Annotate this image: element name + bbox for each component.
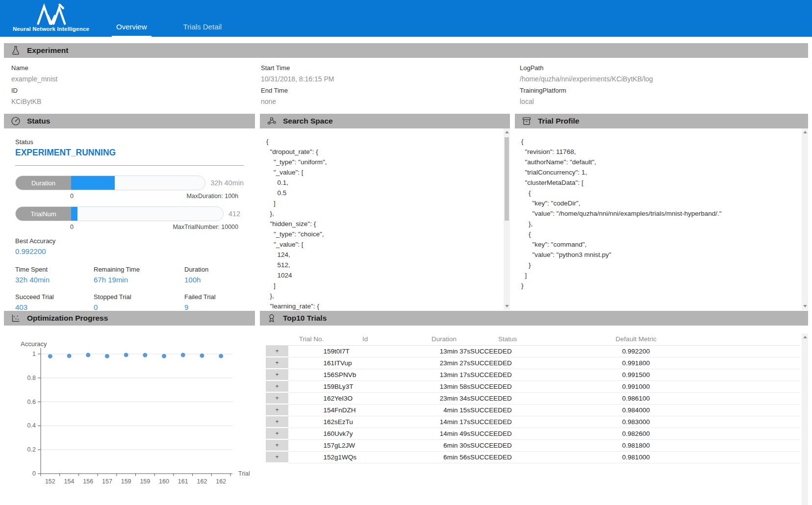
trial-profile-section-header: Trial Profile (515, 114, 808, 128)
trial-id-cell: ITVup (334, 357, 418, 369)
expand-row-button[interactable]: + (266, 404, 288, 416)
flask-icon (10, 45, 21, 56)
trial-id-cell: gL2JW (334, 439, 418, 451)
trialnum-progress-bar: TrialNum (15, 206, 224, 221)
scatter-point (162, 354, 166, 358)
expand-row-button[interactable]: + (266, 392, 288, 404)
scatter-point (124, 353, 128, 357)
field-value: KCiBytKB (11, 96, 261, 107)
stat-label: Remaining Time (94, 266, 184, 273)
experiment-column: Start Time10/31/2018, 8:16:15 PMEnd Time… (261, 62, 520, 113)
filler-cell (732, 439, 800, 451)
progress-bar-fill (71, 176, 115, 190)
filler-cell (732, 345, 800, 357)
y-tick-label: 0.6 (27, 399, 36, 405)
progress-max-label: MaxDuration: 100h (186, 193, 238, 200)
table-row: +162sEzTu14min 17sSUCCEEDED0.983000 (266, 416, 800, 428)
tab-trials-detail[interactable]: Trials Detail (179, 23, 227, 37)
tab-overview[interactable]: Overview (112, 23, 152, 37)
experiment-title: Experiment (27, 46, 68, 55)
stat-label: Stopped Trial (94, 293, 184, 301)
scatter-point (105, 354, 109, 358)
medal-icon (266, 313, 277, 324)
expand-row-button[interactable]: + (266, 451, 288, 463)
scrollbar-thumb[interactable] (505, 137, 509, 221)
trial-id-cell: FnDZH (334, 404, 418, 416)
divider (15, 165, 244, 166)
status-cell: SUCCEEDED (470, 439, 540, 451)
filler-cell (732, 416, 800, 428)
field-label: TrainingPlatform (520, 85, 812, 96)
expand-row-button[interactable]: + (266, 439, 288, 451)
trial-no-cell: 156 (288, 369, 334, 380)
scroll-up-arrow-icon[interactable] (802, 129, 808, 135)
progress-bar-fill (71, 207, 77, 221)
expand-row-button[interactable]: + (266, 369, 288, 380)
filler-cell (732, 451, 800, 463)
search-space-section-header: Search Space (260, 114, 510, 128)
column-header: Id (334, 333, 418, 345)
expand-row-button[interactable]: + (266, 357, 288, 369)
scatter-point (200, 354, 204, 358)
trial-no-cell: 161 (288, 357, 334, 369)
column-header: Status (470, 333, 540, 345)
scroll-down-arrow-icon[interactable] (504, 303, 510, 309)
expand-row-button[interactable]: + (266, 416, 288, 428)
best-accuracy-block: Best Accuracy 0.992200 (15, 237, 244, 255)
top10-scrollbar[interactable] (802, 333, 808, 505)
scatter-icon (10, 313, 21, 324)
scroll-up-arrow-icon[interactable] (504, 129, 510, 135)
field-label: Name (11, 62, 261, 74)
top10-table: Trial No.IdDurationStatusDefault Metric … (266, 333, 800, 463)
column-header: Default Metric (540, 333, 732, 345)
experiment-section-header: Experiment (4, 43, 808, 58)
stat-label: Duration (184, 266, 244, 273)
x-tick-label: 160 (159, 478, 169, 485)
duration-cell: 23min 34s (418, 392, 470, 404)
filler-cell (732, 428, 800, 439)
status-title: Status (27, 117, 50, 126)
default-metric-cell: 0.983000 (540, 416, 732, 428)
default-metric-cell: 0.982600 (540, 428, 732, 439)
expand-row-button[interactable]: + (266, 428, 288, 439)
optimization-section-header: Optimization Progress (4, 311, 255, 326)
search-space-scrollbar[interactable] (504, 128, 510, 310)
search-space-json: { "dropout_rate": { "_type": "uniform", … (260, 128, 510, 310)
best-accuracy-label: Best Accuracy (15, 237, 244, 245)
trial-no-cell: 160 (288, 428, 334, 439)
table-row: +162YeI3O23min 34sSUCCEEDED0.986100 (266, 392, 800, 404)
top10-title: Top10 Trials (283, 314, 327, 323)
x-axis-title: Trial (238, 470, 250, 477)
y-tick-label: 0.4 (27, 422, 36, 429)
scroll-up-arrow-icon[interactable] (802, 334, 808, 340)
y-tick-label: 0.8 (27, 375, 36, 381)
expand-row-button[interactable]: + (266, 380, 288, 392)
default-metric-cell: 0.986100 (540, 392, 732, 404)
search-space-title: Search Space (283, 117, 333, 126)
trial-no-cell: 152 (288, 451, 334, 463)
x-tick-label: 157 (102, 478, 112, 485)
archive-icon (521, 116, 532, 126)
stat-value: 100h (184, 276, 244, 284)
x-tick-label: 154 (64, 478, 75, 485)
trial-profile-scrollbar[interactable] (802, 128, 808, 310)
expand-row-button[interactable]: + (266, 345, 288, 357)
x-tick-label: 159 (121, 478, 131, 485)
duration-cell: 4min 15s (418, 404, 470, 416)
experiment-column: LogPath/home/quzha/nni/experiments/KCiBy… (520, 62, 812, 113)
field-value: 10/31/2018, 8:16:15 PM (261, 74, 520, 85)
top10-table-rows: +159t0I7T13min 37sSUCCEEDED0.992200+161I… (266, 345, 800, 463)
table-row: +157gL2JW6min 30sSUCCEEDED0.981800 (266, 439, 800, 451)
trial-id-cell: g1WQs (334, 451, 418, 463)
x-tick-label: 162 (216, 478, 226, 485)
trial-no-cell: 162 (288, 416, 334, 428)
scroll-down-arrow-icon[interactable] (802, 303, 808, 309)
accuracy-scatter-chart: Accuracy00.20.40.60.81152154156157159159… (4, 326, 255, 490)
column-header: Trial No. (288, 333, 334, 345)
duration-cell: 13min 58s (418, 380, 470, 392)
stat-stopped-trial: Stopped Trial0 (94, 293, 184, 311)
status-cell: SUCCEEDED (470, 392, 540, 404)
panels-row-2: Optimization Progress Accuracy00.20.40.6… (4, 311, 808, 505)
trial-id-cell: BLy3T (334, 380, 418, 392)
duration-cell: 6min 30s (418, 439, 470, 451)
